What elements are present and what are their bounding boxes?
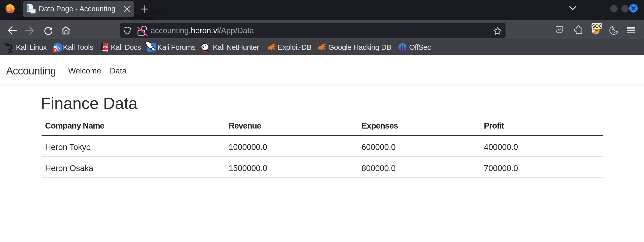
svg-text:SOC: SOC: [592, 24, 602, 29]
svg-text:</>: </>: [103, 45, 108, 49]
